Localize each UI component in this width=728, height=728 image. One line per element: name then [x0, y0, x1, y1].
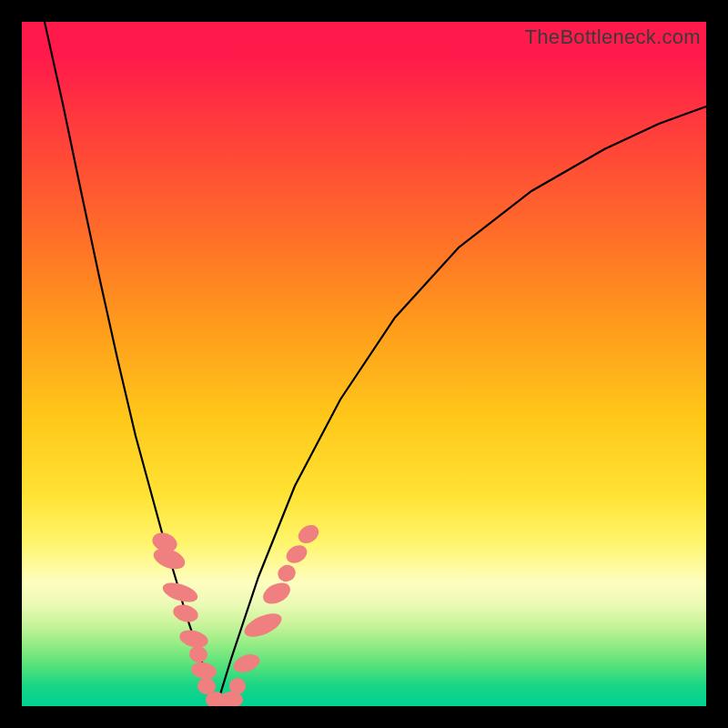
data-bead [190, 661, 218, 682]
data-bead [231, 651, 262, 675]
data-bead [241, 609, 285, 642]
data-bead [259, 579, 294, 608]
data-bead [171, 602, 200, 624]
data-bead [283, 541, 310, 567]
chart-frame: TheBottleneck.com [22, 22, 706, 706]
data-bead [295, 521, 322, 547]
curve-left-branch [45, 22, 217, 706]
bottleneck-curve [22, 22, 706, 706]
data-bead [177, 627, 209, 650]
data-beads [149, 521, 322, 706]
data-bead [275, 561, 298, 584]
data-bead [160, 579, 200, 605]
curve-right-branch [217, 106, 706, 706]
data-bead [187, 644, 208, 664]
